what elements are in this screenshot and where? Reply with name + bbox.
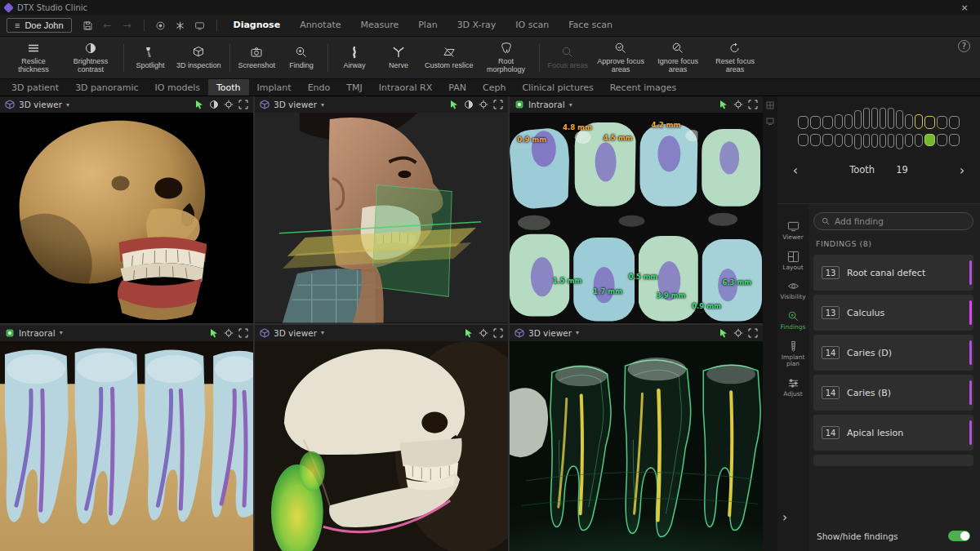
tooth[interactable] [937, 116, 947, 129]
tooth[interactable] [822, 134, 833, 146]
tab-tooth[interactable]: Tooth [208, 79, 249, 96]
forward-icon[interactable]: → [119, 17, 136, 33]
tab-tmj[interactable]: TMJ [338, 79, 370, 96]
viewer-canvas-3d-face[interactable] [255, 113, 508, 323]
cursor-icon[interactable] [463, 327, 474, 338]
measurement-label[interactable]: 6.3 mm [722, 278, 751, 287]
finding-calculus[interactable]: 13 Calculus [813, 295, 973, 331]
sidenav-layout[interactable]: Layout [777, 251, 808, 272]
cursor-icon[interactable] [194, 100, 204, 110]
capture-icon[interactable] [153, 17, 169, 33]
menu-3d-xray[interactable]: 3D X-ray [449, 15, 505, 36]
custom-reslice-button[interactable]: Custom reslice [421, 44, 478, 71]
measurement-label[interactable]: 4.8 mm [563, 123, 592, 131]
tooth[interactable] [871, 134, 878, 148]
sidenav-adjust[interactable]: Adjust [777, 377, 808, 398]
chevron-down-icon[interactable]: ▾ [66, 101, 69, 109]
approve-focus-areas-button[interactable]: Approve focus areas [592, 40, 649, 76]
tooth[interactable] [871, 108, 878, 129]
add-finding-input[interactable] [835, 216, 965, 226]
add-finding-search[interactable] [813, 212, 973, 230]
finding-button[interactable]: Finding [279, 44, 323, 71]
mini-screen-icon[interactable] [766, 117, 774, 125]
tooth[interactable] [949, 134, 960, 146]
finding-card-partial[interactable] [813, 455, 973, 466]
tooth[interactable] [863, 108, 870, 129]
tooth[interactable] [880, 108, 886, 129]
tooth[interactable] [854, 110, 862, 129]
help-icon[interactable]: ? [958, 40, 970, 52]
menu-plan[interactable]: Plan [410, 15, 445, 36]
tooth[interactable] [798, 134, 808, 146]
finding-caries-b[interactable]: 14 Caries (B) [813, 375, 973, 411]
mini-layout-icon[interactable] [766, 101, 774, 109]
previous-tooth-button[interactable]: ‹ [787, 160, 804, 180]
patient-button[interactable]: ≡ Doe John [7, 18, 72, 33]
back-icon[interactable]: ← [100, 17, 116, 33]
contrast-icon[interactable] [208, 100, 219, 110]
fullscreen-icon[interactable] [492, 100, 503, 110]
measurement-label[interactable]: 4.2 mm [652, 121, 681, 129]
fullscreen-icon[interactable] [747, 100, 758, 110]
chevron-down-icon[interactable]: ▾ [576, 329, 579, 336]
tooth[interactable] [949, 116, 960, 129]
tooth[interactable] [863, 134, 870, 148]
save-icon[interactable] [80, 17, 96, 33]
cursor-icon[interactable] [448, 100, 459, 110]
viewer-title[interactable]: 3D viewer [528, 328, 572, 338]
tooth-flagged[interactable] [915, 114, 923, 129]
sidenav-findings[interactable]: Findings [777, 310, 808, 331]
ignore-focus-areas-button[interactable]: Ignore focus areas [649, 40, 706, 76]
tooth[interactable] [896, 134, 903, 149]
fullscreen-icon[interactable] [238, 100, 248, 110]
tab-endo[interactable]: Endo [300, 79, 339, 96]
viewer-canvas-3d-lateral[interactable] [255, 341, 508, 551]
menu-io-scan[interactable]: IO scan [507, 15, 557, 36]
close-icon[interactable]: × [954, 0, 975, 15]
chevron-down-icon[interactable]: ▾ [60, 329, 63, 336]
focus-mode-icon[interactable] [733, 100, 743, 110]
tooth-19-selected[interactable] [924, 134, 935, 146]
cursor-icon[interactable] [718, 327, 728, 338]
next-tooth-button[interactable]: › [954, 160, 970, 180]
tooth[interactable] [888, 108, 894, 129]
finding-apical-lesion[interactable]: 14 Apical lesion [813, 415, 973, 451]
airway-button[interactable]: Airway [332, 44, 376, 71]
viewer-canvas-intraoral-occlusal[interactable]: 0.9 mm 4.8 mm 4.5 mm 4.2 mm 1.5 mm 1.7 m… [510, 113, 763, 323]
tab-3d-patient[interactable]: 3D patient [3, 79, 67, 96]
focus-mode-icon[interactable] [223, 327, 234, 338]
focus-mode-icon[interactable] [733, 327, 743, 338]
tooth[interactable] [844, 114, 853, 129]
3d-inspection-button[interactable]: 3D inspection [172, 44, 225, 71]
tooth[interactable] [880, 134, 886, 148]
focus-mode-icon[interactable] [478, 327, 488, 338]
chevron-down-icon[interactable]: ▾ [321, 329, 324, 336]
viewer-canvas-intraoral-roots[interactable] [0, 341, 253, 551]
tooth[interactable] [822, 116, 833, 129]
viewer-canvas-3d-skull[interactable] [0, 113, 253, 323]
focus-mode-icon[interactable] [223, 100, 234, 110]
spotlight-button[interactable]: Spotlight [128, 44, 172, 71]
viewer-title[interactable]: 3D viewer [19, 100, 62, 109]
tab-ceph[interactable]: Ceph [474, 79, 514, 96]
tooth[interactable] [937, 134, 947, 146]
tooth[interactable] [905, 134, 913, 147]
menu-annotate[interactable]: Annotate [292, 15, 349, 36]
viewer-canvas-3d-endo[interactable] [510, 341, 763, 551]
tooth[interactable] [835, 114, 843, 129]
brightness-contrast-button[interactable]: Brightness contrast [62, 40, 119, 76]
focus-mode-icon[interactable] [478, 100, 488, 110]
sidenav-visibility[interactable]: Visibility [777, 280, 808, 301]
finding-root-canal-defect[interactable]: 13 Root canal defect [813, 255, 973, 291]
nerve-button[interactable]: Nerve [376, 44, 421, 71]
tooth[interactable] [854, 134, 862, 149]
focus-areas-button[interactable]: Focus areas [544, 44, 593, 71]
reslice-thickness-button[interactable]: Reslice thickness [5, 40, 62, 76]
menu-diagnose[interactable]: Diagnose [225, 15, 289, 36]
finding-caries-d[interactable]: 14 Caries (D) [813, 335, 973, 371]
viewer-title[interactable]: Intraoral [528, 100, 565, 109]
menu-measure[interactable]: Measure [352, 15, 407, 36]
tab-intraoral-rx[interactable]: Intraoral RX [371, 79, 441, 96]
tooth-flagged[interactable] [924, 116, 935, 129]
tooth[interactable] [810, 116, 821, 129]
